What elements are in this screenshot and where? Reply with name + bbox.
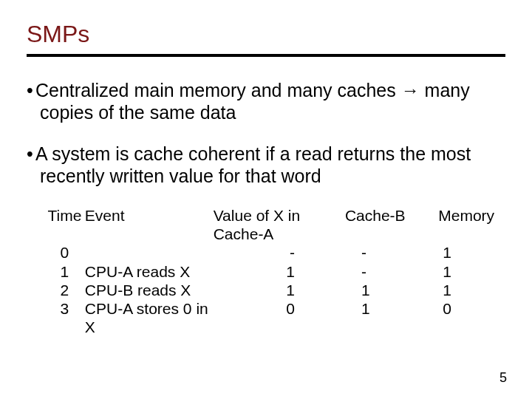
cell-cache-a: - xyxy=(214,243,345,262)
bullet-2-line2: recently written value for that word xyxy=(40,165,505,187)
table-header-row: Time Event Value of X in Cache-A Cache-B… xyxy=(44,206,505,243)
table-row: 1 CPU-A reads X 1 - 1 xyxy=(44,262,505,281)
slide-title: SMPs xyxy=(27,21,505,48)
bullet-1-line2: copies of the same data xyxy=(40,101,505,123)
cell-time: 2 xyxy=(44,281,85,299)
coherence-table: Time Event Value of X in Cache-A Cache-B… xyxy=(27,206,505,336)
cell-memory: 0 xyxy=(438,299,505,336)
col-header-cache-b: Cache-B xyxy=(345,206,438,243)
slide-body: •Centralized main memory and many caches… xyxy=(27,79,505,336)
bullet-2: •A system is cache coherent if a read re… xyxy=(27,143,505,187)
bullet-1: •Centralized main memory and many caches… xyxy=(27,79,505,123)
cell-time: 1 xyxy=(44,262,85,281)
col-header-time: Time xyxy=(44,206,85,243)
cell-cache-b: - xyxy=(345,262,438,281)
cell-event: CPU-A reads X xyxy=(85,262,214,281)
col-header-memory: Memory xyxy=(438,206,505,243)
title-underline xyxy=(27,54,505,57)
bullet-dot-icon: • xyxy=(27,143,35,165)
cell-event: CPU-A stores 0 in X xyxy=(85,299,214,336)
col-header-cache-a: Value of X in Cache-A xyxy=(214,206,345,243)
cell-event xyxy=(85,243,214,262)
cell-cache-a: 1 xyxy=(214,281,345,299)
cell-time: 3 xyxy=(44,299,85,336)
cell-memory: 1 xyxy=(438,262,505,281)
table: Time Event Value of X in Cache-A Cache-B… xyxy=(44,206,505,336)
table-row: 0 - - 1 xyxy=(44,243,505,262)
cell-event: CPU-B reads X xyxy=(85,281,214,299)
cell-memory: 1 xyxy=(438,243,505,262)
cell-cache-b: 1 xyxy=(345,281,438,299)
bullet-2-line1: A system is cache coherent if a read ret… xyxy=(35,143,471,164)
cell-memory: 1 xyxy=(438,281,505,299)
table-row: 3 CPU-A stores 0 in X 0 1 0 xyxy=(44,299,505,336)
bullet-1-line1: Centralized main memory and many caches … xyxy=(35,80,470,100)
slide: SMPs •Centralized main memory and many c… xyxy=(0,0,532,399)
bullet-dot-icon: • xyxy=(27,79,35,101)
cell-cache-a: 0 xyxy=(214,299,345,336)
cell-cache-b: - xyxy=(345,243,438,262)
col-header-event: Event xyxy=(85,206,214,243)
cell-time: 0 xyxy=(44,243,85,262)
cell-cache-a: 1 xyxy=(214,262,345,281)
page-number: 5 xyxy=(499,370,507,386)
table-row: 2 CPU-B reads X 1 1 1 xyxy=(44,281,505,299)
cell-cache-b: 1 xyxy=(345,299,438,336)
